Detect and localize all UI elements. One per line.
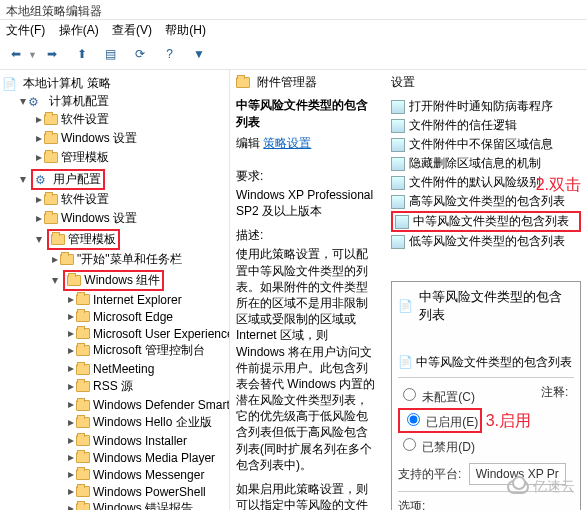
tree-comp-item[interactable]: ▸RSS 源	[66, 377, 227, 396]
tree-user-config[interactable]: ▾ ⚙用户配置 ▸软件设置 ▸Windows 设置 ▾ 管理模板 ▸"开始"菜单…	[18, 168, 227, 510]
dialog-title: 中等风险文件类型的包含列表	[419, 288, 574, 324]
refresh-icon[interactable]: ⟳	[130, 44, 150, 64]
help-icon[interactable]: ?	[160, 44, 180, 64]
tree-startmenu[interactable]: ▸"开始"菜单和任务栏	[50, 250, 227, 269]
settings-item[interactable]: 低等风险文件类型的包含列表	[391, 232, 581, 251]
tree-uc-windows[interactable]: ▸Windows 设置	[34, 209, 227, 228]
setting-icon	[391, 119, 405, 133]
filter-icon[interactable]: ▼	[189, 44, 209, 64]
tree-comp-item[interactable]: ▸Windows Media Player	[66, 449, 227, 466]
doc-icon: 📄	[398, 299, 413, 313]
back-icon[interactable]: ⬅	[6, 44, 26, 64]
radio-enabled[interactable]: 已启用(E)	[402, 415, 478, 429]
window-title: 本地组策略编辑器	[0, 0, 587, 20]
tree-uc-software[interactable]: ▸软件设置	[34, 190, 227, 209]
gear-icon: ⚙	[35, 173, 51, 187]
tree-root[interactable]: 📄 本地计算机 策略 ▾⚙ 计算机配置 ▸软件设置 ▸Windows 设置 ▸管…	[2, 74, 227, 510]
options-label: 选项:	[398, 498, 574, 510]
tree-comp-item[interactable]: ▸Internet Explorer	[66, 291, 227, 308]
folder-icon	[236, 77, 250, 88]
policy-icon: 📄	[2, 77, 18, 91]
cloud-icon	[507, 480, 529, 494]
setting-icon	[395, 215, 409, 229]
settings-item[interactable]: 隐藏删除区域信息的机制	[391, 154, 581, 173]
tree-comp-item[interactable]: ▸Windows Messenger	[66, 466, 227, 483]
annotation-enable: 3.启用	[486, 412, 531, 429]
tree-comp-item[interactable]: ▸Microsoft Edge	[66, 308, 227, 325]
up-icon[interactable]: ⬆	[72, 44, 92, 64]
setting-icon	[391, 100, 405, 114]
annotation-doubleclick: 2.双击	[536, 175, 581, 196]
settings-pane: 设置 打开附件时通知防病毒程序文件附件的信任逻辑文件附件中不保留区域信息隐藏删除…	[385, 70, 587, 510]
policy-dialog: 📄 中等风险文件类型的包含列表 📄 中等风险文件类型的包含列表 未配置(C) 已…	[391, 281, 581, 510]
menu-help[interactable]: 帮助(H)	[165, 23, 206, 37]
tree-comp-item[interactable]: ▸Microsoft 管理控制台	[66, 341, 227, 360]
edit-label: 编辑	[236, 136, 260, 150]
props-icon[interactable]: ▤	[101, 44, 121, 64]
tree-cc-software[interactable]: ▸软件设置	[34, 110, 227, 129]
tree-pane[interactable]: 📄 本地计算机 策略 ▾⚙ 计算机配置 ▸软件设置 ▸Windows 设置 ▸管…	[0, 70, 230, 510]
watermark: 亿速云	[507, 478, 575, 496]
radio-disabled[interactable]: 已禁用(D)	[398, 440, 475, 454]
tree-computer-config[interactable]: ▾⚙ 计算机配置 ▸软件设置 ▸Windows 设置 ▸管理模板	[18, 92, 227, 168]
settings-item[interactable]: 文件附件的信任逻辑	[391, 116, 581, 135]
tree-cc-admintpl[interactable]: ▸管理模板	[34, 148, 227, 167]
setting-icon	[391, 195, 405, 209]
tree-comp-item[interactable]: ▸Windows 错误报告	[66, 499, 227, 510]
gear-icon: ⚙	[28, 95, 44, 109]
tree-comp-item[interactable]: ▸Windows PowerShell	[66, 483, 227, 500]
forward-icon[interactable]: ➡	[42, 44, 62, 64]
setting-icon	[391, 138, 405, 152]
dialog-subtitle: 📄 中等风险文件类型的包含列表	[398, 354, 574, 371]
tree-cc-windows[interactable]: ▸Windows 设置	[34, 129, 227, 148]
description-p1: 使用此策略设置，可以配置中等风险文件类型的列表。如果附件的文件类型所在的区域不是…	[236, 246, 379, 473]
menu-view[interactable]: 查看(V)	[112, 23, 152, 37]
radio-unconfigured[interactable]: 未配置(C)	[398, 390, 475, 404]
policy-title: 中等风险文件类型的包含列表	[236, 97, 379, 131]
policy-settings-link[interactable]: 策略设置	[263, 136, 311, 150]
platform-label: 支持的平台:	[398, 467, 461, 481]
mid-heading: 附件管理器	[257, 74, 317, 91]
tree-comp-item[interactable]: ▸Microsoft User Experience Virtu	[66, 325, 227, 342]
tree-comp-item[interactable]: ▸Windows Installer	[66, 432, 227, 449]
description-pane: 附件管理器 中等风险文件类型的包含列表 编辑 策略设置 要求: Windows …	[230, 70, 385, 510]
tree-uc-admintpl[interactable]: ▾ 管理模板 ▸"开始"菜单和任务栏 ▾ Windows 组件 ▸Interne…	[34, 228, 227, 510]
tree-comp-item[interactable]: ▸Windows Defender SmartScreen	[66, 396, 227, 413]
menu-file[interactable]: 文件(F)	[6, 23, 45, 37]
description-label: 描述:	[236, 227, 379, 244]
setting-icon	[391, 235, 405, 249]
toolbar: ⬅▼ ➡ ⬆ ▤ ⟳ ? ▼	[0, 42, 587, 70]
comment-label: 注释:	[541, 384, 568, 401]
settings-item[interactable]: 文件附件中不保留区域信息	[391, 135, 581, 154]
description-p2: 如果启用此策略设置，则可以指定中等风险的文件类型。	[236, 481, 379, 510]
setting-icon	[391, 157, 405, 171]
tree-comp-item[interactable]: ▸Windows Hello 企业版	[66, 413, 227, 432]
settings-item[interactable]: 打开附件时通知防病毒程序	[391, 97, 581, 116]
tree-comp-item[interactable]: ▸NetMeeting	[66, 360, 227, 377]
requirement-text: Windows XP Professional SP2 及以上版本	[236, 187, 379, 219]
tree-win-components[interactable]: ▾ Windows 组件 ▸Internet Explorer▸Microsof…	[50, 269, 227, 510]
requirement-label: 要求:	[236, 168, 379, 185]
settings-item[interactable]: 中等风险文件类型的包含列表	[391, 211, 581, 232]
menu-action[interactable]: 操作(A)	[59, 23, 99, 37]
settings-heading: 设置	[391, 74, 581, 91]
menu-bar: 文件(F) 操作(A) 查看(V) 帮助(H)	[0, 20, 587, 42]
setting-icon	[391, 176, 405, 190]
